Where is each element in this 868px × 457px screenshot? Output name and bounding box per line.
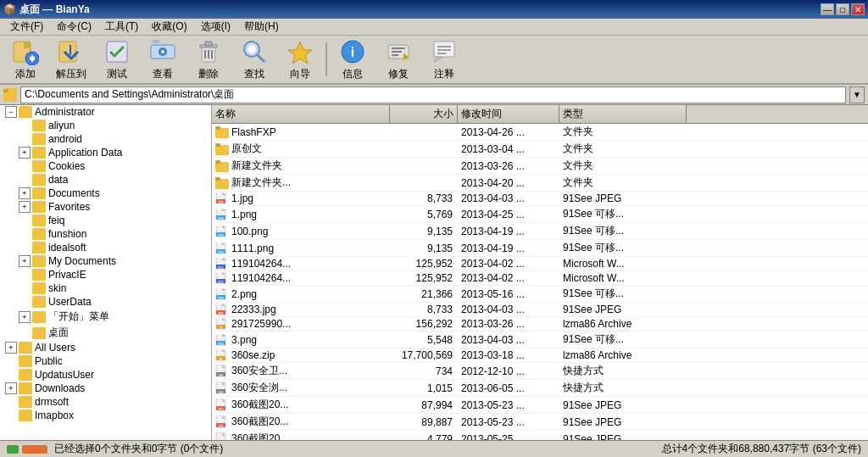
file-type: 文件夹 xyxy=(559,176,868,190)
svg-point-19 xyxy=(248,45,256,53)
toolbar-wizard-button[interactable]: 向导 xyxy=(278,37,322,81)
file-name-cell: 新建文件夹 xyxy=(212,159,390,173)
minimize-button[interactable]: — xyxy=(821,3,834,15)
file-row[interactable]: JPG360截图20...4,7792013-05-25 ...91See JP… xyxy=(212,431,868,440)
file-row[interactable]: ZIP360se.zip17,700,5692013-03-18 ...lzma… xyxy=(212,348,868,363)
file-row[interactable]: DOC119104264...125,9522013-04-02 ...Micr… xyxy=(212,257,868,271)
tree-item-idealsoft[interactable]: idealsoft xyxy=(0,241,211,254)
menu-item-命令(C)[interactable]: 命令(C) xyxy=(50,18,98,36)
file-row[interactable]: JPG22333.jpg8,7332013-04-03 ...91See JPE… xyxy=(212,303,868,317)
tree-expand-allusers[interactable]: + xyxy=(5,342,17,354)
file-row[interactable]: 新建文件夹...2013-04-20 ...文件夹 xyxy=(212,175,868,192)
file-row[interactable]: PNG2.png21,3662013-05-16 ...91See 可移... xyxy=(212,286,868,303)
col-header-size[interactable]: 大小 xyxy=(390,105,458,123)
tree-item-data[interactable]: data xyxy=(0,173,211,187)
tree-item-downloads[interactable]: +Downloads xyxy=(0,382,211,395)
tree-item-updatus[interactable]: UpdatusUser xyxy=(0,368,211,382)
file-type: 91See 可移... xyxy=(559,287,868,301)
toolbar-repair-button[interactable]: 修复 xyxy=(376,37,420,81)
tree-item-favorites[interactable]: +Favorites xyxy=(0,200,211,214)
svg-rect-1 xyxy=(24,42,31,48)
menu-item-文件(F)[interactable]: 文件(F) xyxy=(3,18,50,36)
tree-item-public[interactable]: Public xyxy=(0,354,211,368)
toolbar-delete-button[interactable]: 删除 xyxy=(186,37,231,81)
file-row[interactable]: JPG360截图20...89,8872013-05-23 ...91See J… xyxy=(212,414,868,431)
address-input[interactable] xyxy=(20,86,846,103)
tree-expand-mydocs[interactable]: + xyxy=(19,255,31,267)
toolbar-find-button[interactable]: 查找 xyxy=(232,37,276,81)
tree-item-appdata[interactable]: +Application Data xyxy=(0,146,211,159)
toolbar-test-button[interactable]: 测试 xyxy=(95,37,139,81)
tree-item-allusers[interactable]: +All Users xyxy=(0,341,211,354)
file-row[interactable]: PNG1.png5,7692013-04-25 ...91See 可移... xyxy=(212,206,868,223)
menu-item-工具(T)[interactable]: 工具(T) xyxy=(98,18,145,36)
menu-item-选项(I)[interactable]: 选项(I) xyxy=(194,18,237,36)
toolbar-comment-button[interactable]: 注释 xyxy=(422,37,466,81)
file-name-cell: ZIP360se.zip xyxy=(212,349,390,361)
file-type: 91See JPEG xyxy=(559,399,868,411)
file-size: 21,366 xyxy=(390,288,458,300)
file-row[interactable]: PNG1111.png9,1352013-04-19 ...91See 可移..… xyxy=(212,240,868,257)
file-row[interactable]: 7Z291725990...156,2922013-03-26 ...lzma8… xyxy=(212,317,868,332)
toolbar-info-button[interactable]: i 信息 xyxy=(331,37,375,81)
maximize-button[interactable]: □ xyxy=(836,3,849,15)
close-button[interactable]: ✕ xyxy=(851,3,865,15)
col-header-type[interactable]: 类型 xyxy=(559,105,687,123)
col-header-date[interactable]: 修改时间 xyxy=(458,105,559,123)
title-bar-left: 📦 桌面 — BianYa xyxy=(3,3,90,17)
tree-item-mydocs[interactable]: +My Documents xyxy=(0,254,211,268)
file-row[interactable]: FlashFXP2013-04-26 ...文件夹 xyxy=(212,124,868,141)
tree-label-documents: Documents xyxy=(48,187,100,199)
file-name: 360安全浏... xyxy=(231,381,287,395)
file-row[interactable]: 新建文件夹2013-03-26 ...文件夹 xyxy=(212,158,868,175)
tree-item-skin[interactable]: skin xyxy=(0,281,211,295)
tree-item-cookies[interactable]: Cookies xyxy=(0,159,211,173)
address-dropdown-button[interactable]: ▼ xyxy=(849,86,865,103)
tree-folder-icon-userdata xyxy=(32,296,46,308)
file-name: 360安全卫... xyxy=(231,364,287,378)
file-row[interactable]: LNK360安全浏...1,0152013-06-05 ...快捷方式 xyxy=(212,380,868,397)
file-date: 2013-04-03 ... xyxy=(458,334,559,346)
tree-label-aliyun: aliyun xyxy=(48,120,75,131)
tree-item-start[interactable]: +「开始」菜单 xyxy=(0,309,211,325)
tree-item-userdata[interactable]: UserData xyxy=(0,295,211,309)
tree-item-documents[interactable]: +Documents xyxy=(0,187,211,200)
file-name-cell: 原创文 xyxy=(212,142,390,156)
file-row[interactable]: 原创文2013-03-04 ...文件夹 xyxy=(212,141,868,158)
folder-tree: −Administratoraliyunandroid+Application … xyxy=(0,105,212,440)
menu-item-收藏(O)[interactable]: 收藏(O) xyxy=(145,18,193,36)
file-row[interactable]: JPG360截图20...87,9942013-05-23 ...91See J… xyxy=(212,397,868,414)
col-header-name[interactable]: 名称 xyxy=(212,105,390,123)
tree-item-aliyun[interactable]: aliyun xyxy=(0,119,211,132)
toolbar-view-button[interactable]: 查看 xyxy=(141,37,185,81)
tree-expand-admin[interactable]: − xyxy=(5,106,17,118)
toolbar-add-button[interactable]: 添加 xyxy=(3,37,47,81)
file-size: 9,135 xyxy=(390,226,458,237)
tree-expand-documents[interactable]: + xyxy=(19,187,31,199)
tree-item-privacie[interactable]: PrivacIE xyxy=(0,268,211,281)
tree-item-feiq[interactable]: feiq xyxy=(0,214,211,227)
svg-text:PNG: PNG xyxy=(218,297,224,300)
tree-label-idealsoft: idealsoft xyxy=(48,242,86,254)
tree-expand-appdata[interactable]: + xyxy=(19,147,31,159)
tree-item-funshion[interactable]: funshion xyxy=(0,227,211,241)
tree-item-drmsoft[interactable]: drmsoft xyxy=(0,395,211,409)
file-row[interactable]: LNK360安全卫...7342012-12-10 ...快捷方式 xyxy=(212,363,868,380)
file-name: 新建文件夹 xyxy=(231,159,282,173)
extract-icon xyxy=(58,38,85,65)
status-icon-left xyxy=(7,445,19,454)
svg-text:7Z: 7Z xyxy=(220,326,223,330)
tree-item-imapbox[interactable]: Imapbox xyxy=(0,409,211,422)
menu-item-帮助(H)[interactable]: 帮助(H) xyxy=(237,18,286,36)
file-row[interactable]: PNG3.png5,5482013-04-03 ...91See 可移... xyxy=(212,332,868,348)
tree-item-admin[interactable]: −Administrator xyxy=(0,105,211,119)
tree-expand-downloads[interactable]: + xyxy=(5,382,17,394)
file-row[interactable]: DOC119104264...125,9522013-04-02 ...Micr… xyxy=(212,271,868,286)
tree-expand-favorites[interactable]: + xyxy=(19,201,31,213)
file-row[interactable]: PNG100.png9,1352013-04-19 ...91See 可移... xyxy=(212,223,868,240)
file-row[interactable]: JPG1.jpg8,7332013-04-03 ...91See JPEG xyxy=(212,192,868,206)
tree-item-android[interactable]: android xyxy=(0,132,211,146)
tree-expand-start[interactable]: + xyxy=(19,311,31,323)
toolbar-extract-button[interactable]: 解压到 xyxy=(49,37,93,81)
tree-item-desktop[interactable]: 桌面 xyxy=(0,325,211,341)
